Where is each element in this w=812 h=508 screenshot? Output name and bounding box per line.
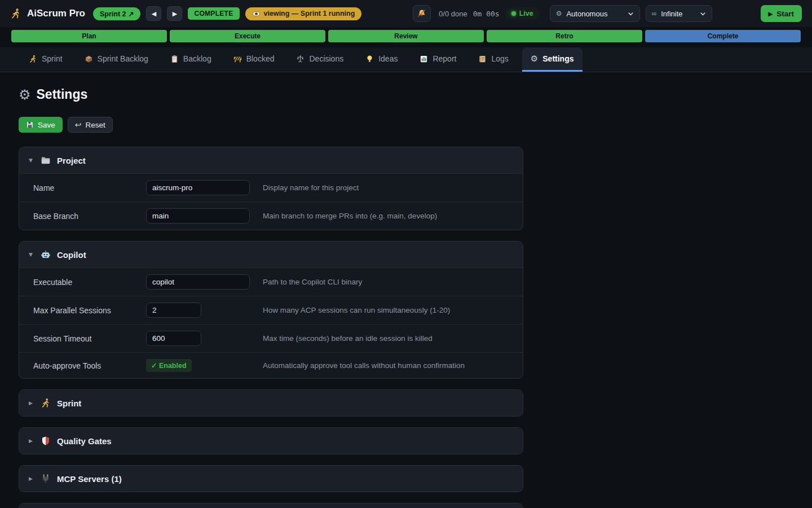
- duration-select-value: Infinite: [661, 10, 682, 18]
- sprint-section-header[interactable]: ▶ Sprint: [19, 390, 523, 416]
- mcp-servers-section: ▶ MCP Servers (1): [19, 465, 523, 492]
- quality-gates-section: ▶ Quality Gates: [19, 427, 523, 454]
- app-title: AiScrum Pro: [27, 8, 85, 19]
- live-dot-icon: [511, 11, 516, 16]
- phase-overrides-section: ▶ Phase Overrides: [19, 503, 523, 508]
- package-icon: [85, 55, 93, 63]
- setting-row-executable: Executable Path to the Copilot CLI binar…: [19, 268, 523, 296]
- gear-icon: ⚙: [556, 10, 562, 17]
- tab-label: Logs: [491, 54, 508, 63]
- copilot-section-header[interactable]: ▼ Copilot: [19, 242, 523, 268]
- tab-ideas[interactable]: Ideas: [357, 47, 406, 72]
- project-name-input[interactable]: [146, 180, 250, 195]
- bar-chart-icon: [420, 55, 428, 63]
- tab-bar: Sprint Sprint Backlog Backlog Blocked De…: [0, 47, 812, 72]
- runner-icon: [10, 8, 21, 19]
- tab-label: Sprint: [42, 54, 63, 63]
- setting-description: Display name for this project: [263, 183, 509, 192]
- scroll-icon: [478, 55, 487, 63]
- tab-report[interactable]: Report: [411, 47, 465, 72]
- enabled-toggle-badge[interactable]: ✓ Enabled: [146, 359, 192, 372]
- tab-label: Decisions: [309, 54, 343, 63]
- session-timer: 0m 00s: [473, 10, 500, 18]
- phase-overrides-section-header[interactable]: ▶ Phase Overrides: [19, 503, 523, 508]
- caret-right-icon: ▶: [29, 438, 34, 444]
- tab-settings[interactable]: ⚙ Settings: [522, 47, 582, 72]
- eye-icon: [252, 10, 261, 18]
- caret-down-icon: ▼: [29, 157, 34, 163]
- setting-label: Name: [33, 183, 146, 192]
- tab-sprint-backlog[interactable]: Sprint Backlog: [76, 47, 157, 72]
- max-parallel-sessions-input[interactable]: [146, 303, 201, 318]
- duration-select[interactable]: ∞ Infinite: [646, 5, 712, 22]
- viewing-label: viewing — Sprint 1 running: [264, 10, 355, 17]
- setting-label: Base Branch: [33, 212, 146, 221]
- section-title: Quality Gates: [57, 436, 112, 446]
- next-sprint-button[interactable]: ▶: [167, 6, 182, 21]
- base-branch-input[interactable]: [146, 208, 250, 224]
- infinity-icon: ∞: [652, 10, 657, 17]
- caret-right-icon: ▶: [29, 400, 34, 406]
- scales-icon: [296, 55, 304, 63]
- start-label: Start: [776, 10, 794, 18]
- setting-row-auto-approve-tools: Auto-approve Tools ✓ Enabled Automatical…: [19, 352, 523, 378]
- tab-label: Report: [433, 54, 456, 63]
- setting-label: Max Parallel Sessions: [33, 306, 146, 315]
- copilot-section: ▼ Copilot Executable Path to the Copilot…: [19, 241, 523, 379]
- arrow-right-icon: ▶: [173, 10, 177, 17]
- phase-execute: Execute: [170, 30, 325, 42]
- setting-row-base-branch: Base Branch Main branch to merge PRs int…: [19, 202, 523, 230]
- undo-icon: ↩: [75, 121, 82, 129]
- section-title: Copilot: [57, 250, 86, 260]
- session-timeout-input[interactable]: [146, 331, 201, 346]
- floppy-icon: [26, 121, 34, 129]
- reset-label: Reset: [86, 121, 105, 129]
- setting-row-session-timeout: Session Timeout Max time (seconds) befor…: [19, 324, 523, 352]
- start-button[interactable]: ▶ Start: [761, 5, 802, 22]
- robot-icon: [41, 249, 51, 260]
- project-section-header[interactable]: ▼ Project: [19, 147, 523, 173]
- phase-plan: Plan: [11, 30, 167, 42]
- status-badge: COMPLETE: [188, 7, 239, 20]
- setting-description: Main branch to merge PRs into (e.g. main…: [263, 212, 509, 220]
- lightbulb-icon: [365, 55, 374, 63]
- phase-review: Review: [328, 30, 484, 42]
- reset-button[interactable]: ↩ Reset: [68, 117, 113, 133]
- executable-input[interactable]: [146, 274, 250, 290]
- mute-notifications-button[interactable]: [413, 5, 431, 22]
- top-bar: AiScrum Pro Sprint 2 ↗ ◀ ▶ COMPLETE view…: [0, 0, 812, 27]
- caret-right-icon: ▶: [29, 476, 34, 481]
- setting-row-max-parallel-sessions: Max Parallel Sessions How many ACP sessi…: [19, 296, 523, 324]
- quality-gates-section-header[interactable]: ▶ Quality Gates: [19, 428, 523, 454]
- setting-description: Automatically approve tool calls without…: [263, 361, 509, 370]
- tab-logs[interactable]: Logs: [470, 47, 517, 72]
- live-label: Live: [519, 10, 533, 17]
- prev-sprint-button[interactable]: ◀: [146, 6, 161, 21]
- settings-page: ⚙ Settings Save ↩ Reset ▼ Project Name D…: [0, 72, 812, 508]
- tab-label: Sprint Backlog: [98, 54, 148, 63]
- mode-select-value: Autonomous: [566, 10, 607, 18]
- tab-sprint[interactable]: Sprint: [20, 47, 71, 72]
- viewing-badge[interactable]: viewing — Sprint 1 running: [245, 7, 362, 20]
- tab-decisions[interactable]: Decisions: [288, 47, 352, 72]
- save-button[interactable]: Save: [19, 117, 63, 133]
- sprint-section: ▶ Sprint: [19, 389, 523, 417]
- arrow-left-icon: ◀: [152, 10, 156, 17]
- tab-label: Blocked: [246, 54, 275, 63]
- mode-select[interactable]: ⚙ Autonomous: [550, 5, 640, 22]
- sprint-badge[interactable]: Sprint 2 ↗: [93, 7, 140, 20]
- page-title: ⚙ Settings: [19, 87, 793, 102]
- live-indicator: Live: [505, 7, 540, 20]
- tab-blocked[interactable]: Blocked: [225, 47, 283, 72]
- done-count: 0/0 done: [439, 10, 467, 18]
- mcp-servers-section-header[interactable]: ▶ MCP Servers (1): [19, 466, 523, 492]
- section-title: MCP Servers (1): [57, 474, 122, 484]
- setting-label: Executable: [33, 278, 146, 287]
- section-title: Sprint: [57, 398, 81, 408]
- construction-icon: [233, 55, 242, 63]
- setting-row-name: Name Display name for this project: [19, 173, 523, 202]
- tab-label: Ideas: [378, 54, 398, 63]
- section-title: Project: [57, 156, 86, 165]
- setting-label: Auto-approve Tools: [33, 361, 146, 370]
- tab-backlog[interactable]: Backlog: [162, 47, 220, 72]
